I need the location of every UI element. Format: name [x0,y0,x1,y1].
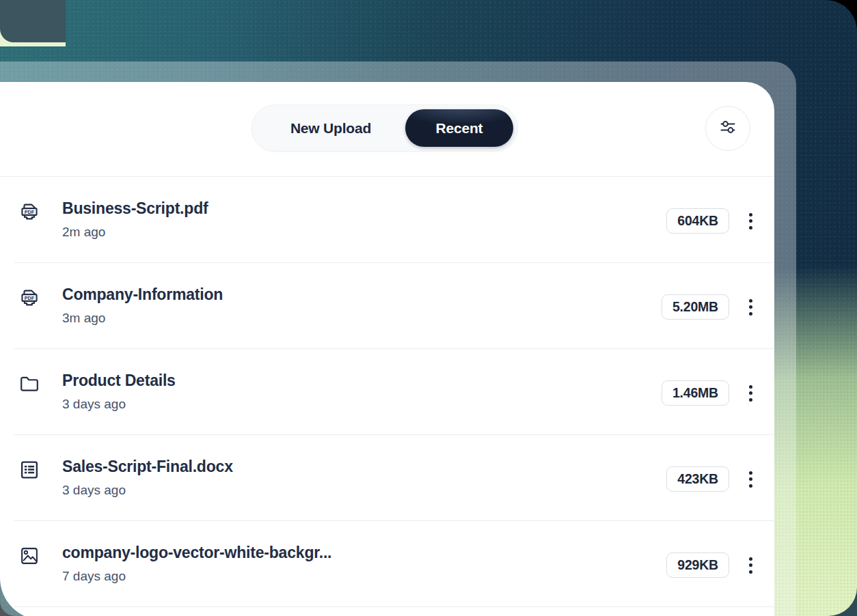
pdf-file-icon: PDF [18,286,41,309]
file-size-badge: 929KB [666,552,729,578]
file-row[interactable]: PDF Company-Information 3m ago 5.20MB [0,263,774,349]
file-timestamp: 2m ago [62,225,208,240]
file-timestamp: 3m ago [62,311,223,326]
file-name: Product Details [62,372,176,390]
file-row[interactable]: Product Details 3 days ago 1.46MB [0,349,774,435]
file-size-badge: 423KB [666,466,729,492]
tab-recent[interactable]: Recent [405,109,513,147]
tab-new-upload[interactable]: New Upload [256,120,405,137]
background-corner-dark-left [0,0,66,42]
recent-files-list: PDF Business-Script.pdf 2m ago 604KB PDF… [0,177,774,616]
svg-text:PDF: PDF [25,210,35,215]
sliders-icon [717,116,739,141]
folder-icon [18,372,41,395]
kebab-menu-icon[interactable] [742,295,759,320]
upload-recent-segmented-control[interactable]: New Upload Recent [251,104,518,152]
file-size-badge: 5.20MB [662,294,729,320]
file-name: Sales-Script-Final.docx [62,458,233,476]
kebab-menu-icon[interactable] [742,553,759,578]
file-name: Company-Information [62,285,223,304]
file-row[interactable]: company-logo-vector-white-backgr... 7 da… [0,521,774,607]
kebab-menu-icon[interactable] [742,467,759,492]
file-size-badge: 1.46MB [662,380,729,406]
file-size-badge: 604KB [666,208,729,234]
file-manager-card: New Upload Recent PDF Business-Script.pd… [0,82,774,616]
file-name: Business-Script.pdf [62,199,208,218]
doc-list-icon [18,458,41,481]
image-icon [18,544,41,568]
pdf-file-icon: PDF [18,200,41,223]
kebab-menu-icon[interactable] [742,209,759,234]
filter-button[interactable] [705,106,750,151]
screenshot-stage: New Upload Recent PDF Business-Script.pd… [0,0,857,616]
file-name: company-logo-vector-white-backgr... [62,544,331,562]
file-timestamp: 3 days ago [62,397,176,412]
svg-text:PDF: PDF [25,296,35,301]
kebab-menu-icon[interactable] [742,381,759,406]
card-header: New Upload Recent [0,82,774,177]
file-row[interactable]: Sales-Script-Final.docx 3 days ago 423KB [0,435,774,521]
file-timestamp: 7 days ago [62,569,331,584]
file-row[interactable]: PDF Business-Script.pdf 2m ago 604KB [0,177,774,263]
file-timestamp: 3 days ago [62,483,233,498]
